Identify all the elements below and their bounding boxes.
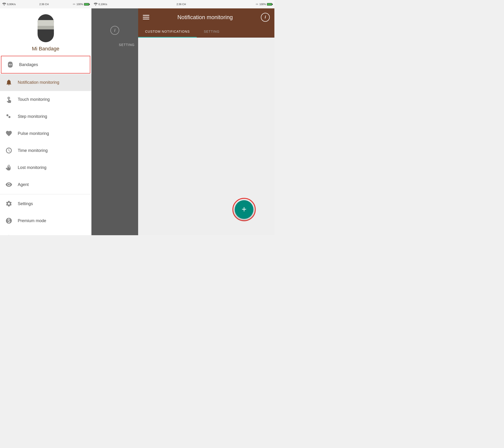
svg-point-0: [6, 114, 8, 116]
battery-left: 100%: [72, 2, 89, 6]
status-icons-left: 0,00K/s: [2, 3, 16, 6]
status-bar: 0,00K/s 2:36 CH 100% 0,10K/s 2:36 CH 100…: [0, 0, 274, 8]
right-panel: Notification monitoring i CUSTOM NOTIFIC…: [138, 8, 274, 235]
status-bar-right: 0,10K/s 2:36 CH 100%: [91, 0, 274, 8]
time-left: 2:36 CH: [39, 3, 49, 6]
device-pill: [37, 14, 54, 42]
sidebar-item-premium[interactable]: Premium mode: [0, 212, 91, 229]
battery-icon-right: [267, 3, 272, 6]
sidebar-divider: [0, 194, 91, 194]
device-band2: [37, 26, 54, 29]
status-bar-left: 0,00K/s 2:36 CH 100%: [0, 0, 91, 8]
eye-icon: [5, 180, 13, 189]
sidebar-item-step-monitoring[interactable]: Step monitoring: [0, 108, 91, 125]
battery-right: 100%: [255, 2, 272, 6]
page-title: Notification monitoring: [149, 14, 261, 20]
sidebar-item-pulse-monitoring[interactable]: Pulse monitoring: [0, 125, 91, 142]
time-icon: [5, 146, 13, 155]
right-header: Notification monitoring i: [138, 8, 274, 26]
time-right: 2:36 CH: [176, 3, 186, 6]
sidebar-item-time-monitoring[interactable]: Time monitoring: [0, 142, 91, 159]
sidebar: Mi Bandage Bandages Notification monitor…: [0, 8, 91, 235]
fab-ring: +: [233, 198, 256, 221]
network-speed-right: 0,10K/s: [98, 3, 107, 6]
info-icon-header[interactable]: i: [261, 13, 270, 22]
battery-pct-left: 100%: [76, 3, 83, 6]
sidebar-item-time-label: Time monitoring: [18, 148, 48, 153]
sidebar-item-lost-monitoring[interactable]: Lost monitoring: [0, 159, 91, 176]
device-name: Mi Bandage: [32, 46, 59, 52]
dollar-icon: [5, 216, 13, 225]
device-section: Mi Bandage: [0, 8, 91, 55]
right-content: +: [138, 37, 274, 235]
hamburger-menu-icon[interactable]: [143, 15, 149, 19]
tabs-bar: CUSTOM NOTIFICATIONS SETTING: [138, 26, 274, 37]
sidebar-item-settings-label: Settings: [18, 201, 33, 206]
network-speed-left: 0,00K/s: [7, 3, 16, 6]
sidebar-item-notification-label: Notification monitoring: [18, 80, 59, 85]
pulse-icon: [5, 129, 13, 138]
nav-list: Bandages Notification monitoring Touch m…: [0, 55, 91, 235]
battery-icon-left: [84, 3, 89, 6]
sidebar-item-feedback[interactable]: Feedback: [0, 229, 91, 235]
add-notification-button[interactable]: +: [235, 200, 253, 219]
hamburger-line-2: [143, 17, 149, 18]
sidebar-item-agent[interactable]: Agent: [0, 176, 91, 193]
gear-icon: [5, 199, 13, 208]
sidebar-item-touch-monitoring[interactable]: Touch monitoring: [0, 91, 91, 108]
bandage-icon: [6, 60, 15, 69]
status-icons-right: 0,10K/s: [94, 3, 107, 6]
sidebar-item-bandages[interactable]: Bandages: [1, 56, 90, 73]
star-icon: [5, 233, 13, 235]
fab-plus-icon: +: [241, 205, 246, 214]
hamburger-line-1: [143, 15, 149, 16]
device-image: [36, 13, 55, 43]
battery-pct-right: 100%: [259, 3, 266, 6]
sidebar-item-lost-label: Lost monitoring: [18, 165, 46, 170]
sidebar-item-notification-monitoring[interactable]: Notification monitoring: [0, 74, 91, 91]
fab-container: +: [233, 198, 256, 221]
sidebar-item-step-label: Step monitoring: [18, 114, 47, 119]
step-icon: [5, 112, 13, 121]
sidebar-item-touch-label: Touch monitoring: [18, 97, 50, 102]
touch-icon: [5, 95, 13, 104]
hamburger-line-3: [143, 19, 149, 19]
tab-setting[interactable]: SETTING: [197, 26, 227, 37]
sidebar-item-agent-label: Agent: [18, 182, 29, 187]
bell-icon: [5, 78, 13, 87]
info-icon-middle[interactable]: i: [110, 26, 119, 35]
middle-setting-label: SETTING: [115, 38, 138, 51]
sidebar-item-settings[interactable]: Settings: [0, 195, 91, 212]
hand-icon: [5, 163, 13, 172]
main-content: Mi Bandage Bandages Notification monitor…: [0, 8, 274, 235]
sidebar-item-premium-label: Premium mode: [18, 218, 46, 223]
sidebar-item-bandages-label: Bandages: [19, 62, 38, 67]
sidebar-item-pulse-label: Pulse monitoring: [18, 131, 49, 136]
tab-custom-notifications[interactable]: CUSTOM NOTIFICATIONS: [138, 26, 197, 37]
svg-point-1: [8, 116, 11, 118]
middle-panel: i SETTING: [91, 8, 138, 235]
